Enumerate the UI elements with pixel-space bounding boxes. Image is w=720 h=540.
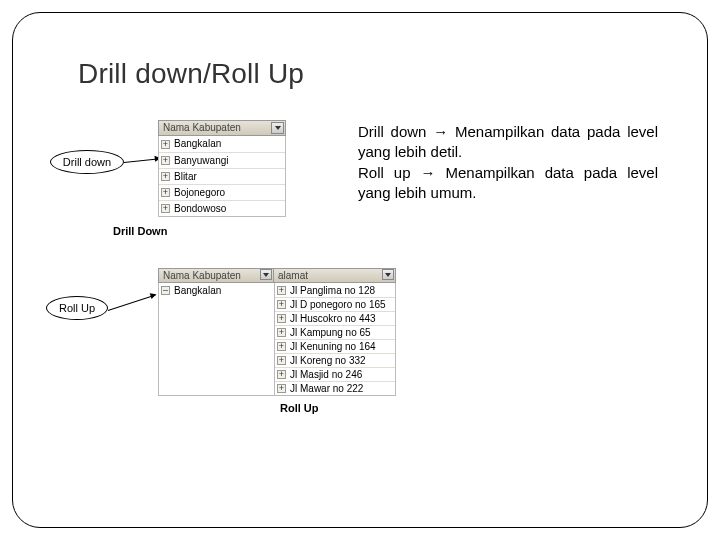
table-row[interactable]: + Jl Kampung no 65 — [275, 325, 395, 339]
plus-icon[interactable]: + — [161, 172, 170, 181]
cell-value: Bondowoso — [174, 204, 226, 214]
cell-value: Jl Panglima no 128 — [290, 285, 375, 296]
cell-value: Jl Masjid no 246 — [290, 369, 362, 380]
table-rollup-header-1: Nama Kabupaten — [158, 268, 274, 283]
plus-icon[interactable]: + — [277, 328, 286, 337]
plus-icon[interactable]: + — [277, 370, 286, 379]
table-row[interactable]: + Jl Panglima no 128 — [275, 283, 395, 297]
cell-value: Bangkalan — [174, 285, 221, 296]
dropdown-icon[interactable] — [260, 269, 272, 280]
minus-icon[interactable]: – — [161, 286, 170, 295]
cell-value: Jl Mawar no 222 — [290, 383, 363, 394]
body-text: Drill down → Menampilkan data pada level… — [358, 122, 658, 203]
plus-icon[interactable]: + — [161, 204, 170, 213]
cell-value: Jl D ponegoro no 165 — [290, 299, 386, 310]
cell-value: Banyuwangi — [174, 156, 228, 166]
body-line-1: Drill down → Menampilkan data pada level… — [358, 123, 658, 160]
table-rollup: Nama Kabupaten alamat – Bangkalan + Jl P… — [158, 268, 396, 396]
table-row[interactable]: + Jl Kenuning no 164 — [275, 339, 395, 353]
plus-icon[interactable]: + — [161, 140, 170, 149]
col1-empty-area — [159, 297, 274, 395]
table-rollup-col2: + Jl Panglima no 128 + Jl D ponegoro no … — [274, 283, 396, 396]
table-row[interactable]: + Blitar — [159, 168, 285, 184]
page-title: Drill down/Roll Up — [78, 58, 304, 90]
cell-value: Blitar — [174, 172, 197, 182]
table-rollup-col1: – Bangkalan — [158, 283, 274, 396]
plus-icon[interactable]: + — [277, 384, 286, 393]
plus-icon[interactable]: + — [277, 342, 286, 351]
dropdown-icon[interactable] — [271, 122, 284, 134]
callout-rollup: Roll Up — [46, 296, 108, 320]
plus-icon[interactable]: + — [161, 188, 170, 197]
table-rollup-header-2: alamat — [274, 268, 396, 283]
table-row[interactable]: + Jl Mawar no 222 — [275, 381, 395, 395]
table-drilldown-header-label: Nama Kabupaten — [163, 123, 241, 133]
header-label: alamat — [278, 270, 308, 281]
callout-drilldown: Drill down — [50, 150, 124, 174]
cell-value: Jl Huscokro no 443 — [290, 313, 376, 324]
table-row[interactable]: + Banyuwangi — [159, 152, 285, 168]
cell-value: Jl Koreng no 332 — [290, 355, 366, 366]
table-drilldown-header: Nama Kabupaten — [158, 120, 286, 136]
table-row[interactable]: + Bondowoso — [159, 200, 285, 216]
table-rollup-header: Nama Kabupaten alamat — [158, 268, 396, 283]
plus-icon[interactable]: + — [161, 156, 170, 165]
cell-value: Jl Kampung no 65 — [290, 327, 371, 338]
cell-value: Bojonegoro — [174, 188, 225, 198]
dropdown-icon[interactable] — [382, 269, 394, 280]
table-rollup-body: – Bangkalan + Jl Panglima no 128 + Jl D … — [158, 283, 396, 396]
plus-icon[interactable]: + — [277, 286, 286, 295]
callout-rollup-label: Roll Up — [59, 302, 95, 314]
table-row[interactable]: + Jl D ponegoro no 165 — [275, 297, 395, 311]
caption-drilldown: Drill Down — [113, 225, 167, 237]
plus-icon[interactable]: + — [277, 356, 286, 365]
plus-icon[interactable]: + — [277, 314, 286, 323]
callout-drilldown-label: Drill down — [63, 156, 111, 168]
body-line-2: Roll up → Menampilkan data pada level ya… — [358, 164, 658, 201]
table-row[interactable]: + Jl Koreng no 332 — [275, 353, 395, 367]
cell-value: Jl Kenuning no 164 — [290, 341, 376, 352]
table-drilldown-body: + Bangkalan + Banyuwangi + Blitar + Bojo… — [158, 136, 286, 217]
caption-rollup: Roll Up — [280, 402, 319, 414]
table-row[interactable]: + Jl Huscokro no 443 — [275, 311, 395, 325]
table-row[interactable]: + Bojonegoro — [159, 184, 285, 200]
header-label: Nama Kabupaten — [163, 270, 241, 281]
cell-value: Bangkalan — [174, 139, 221, 149]
table-row[interactable]: – Bangkalan — [159, 283, 274, 297]
table-row[interactable]: + Jl Masjid no 246 — [275, 367, 395, 381]
table-drilldown: Nama Kabupaten + Bangkalan + Banyuwangi … — [158, 120, 286, 217]
table-row[interactable]: + Bangkalan — [159, 136, 285, 152]
plus-icon[interactable]: + — [277, 300, 286, 309]
